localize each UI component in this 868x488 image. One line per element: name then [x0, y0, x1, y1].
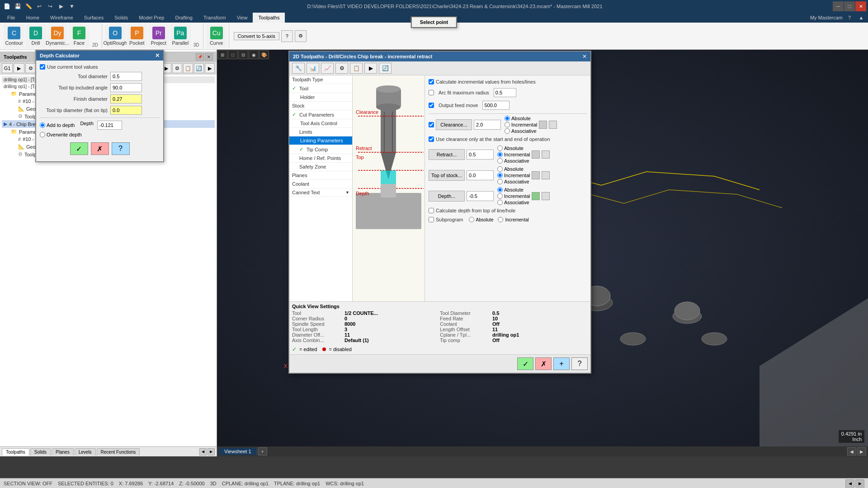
- expand-btn[interactable]: ▲: [856, 13, 866, 22]
- td-add-btn[interactable]: +: [553, 357, 570, 370]
- panel-mini5[interactable]: 🔄: [194, 63, 204, 73]
- td-cancel-btn[interactable]: ✗: [535, 357, 552, 370]
- add-to-depth-option[interactable]: Add to depth: [40, 121, 75, 130]
- tool-tip-angle-input[interactable]: [110, 83, 142, 92]
- qa-new-btn[interactable]: 📄: [2, 1, 12, 11]
- td-tb-chart[interactable]: 📊: [307, 63, 319, 74]
- clearance-assoc-radio[interactable]: [505, 128, 510, 134]
- finish-diameter-input[interactable]: [110, 94, 142, 103]
- depth-abs[interactable]: Absolute: [497, 187, 530, 192]
- td-tb-play[interactable]: ▶: [364, 63, 377, 74]
- clearance-btn[interactable]: Clearance...: [436, 119, 472, 130]
- add-to-depth-radio[interactable]: [40, 122, 45, 128]
- output-feed-input[interactable]: [482, 101, 509, 110]
- td-close-btn[interactable]: ✕: [582, 53, 587, 60]
- subprog-inc-radio[interactable]: [498, 217, 503, 222]
- top-inc-radio[interactable]: [497, 173, 503, 178]
- tab-transform[interactable]: Transform: [198, 13, 231, 23]
- settings-5axis-btn[interactable]: ⚙: [295, 30, 307, 42]
- tab-model-prep[interactable]: Model Prep: [133, 13, 170, 23]
- depth-select[interactable]: [542, 192, 550, 200]
- tab-surfaces[interactable]: Surfaces: [79, 13, 109, 23]
- tree-linking-params[interactable]: Linking Parameters: [289, 136, 352, 145]
- tree-home-ref[interactable]: Home / Ref. Points: [289, 154, 352, 163]
- tb-curve[interactable]: Cu Curve: [206, 24, 227, 48]
- subprog-abs-radio[interactable]: [469, 217, 474, 222]
- calc-depth-check[interactable]: [429, 208, 434, 213]
- use-clearance-check[interactable]: [429, 136, 434, 142]
- viewsheet-tab[interactable]: Viewsheet 1: [219, 448, 257, 455]
- tab-recent-functions[interactable]: Recent Functions: [97, 448, 140, 455]
- vs-arrow-left[interactable]: ◀: [847, 447, 856, 455]
- panel-tb1[interactable]: G1: [2, 63, 13, 73]
- depth-calc-cancel-btn[interactable]: ✗: [91, 142, 109, 155]
- depth-calc-help-btn[interactable]: ?: [112, 142, 130, 155]
- calc-incremental-check[interactable]: [429, 79, 434, 84]
- panel-tb3[interactable]: ⚙: [25, 63, 36, 73]
- tb-parallel[interactable]: Pa Parallel: [170, 24, 191, 48]
- retract-abs-radio[interactable]: [497, 145, 503, 151]
- tab-wireframe[interactable]: Wireframe: [45, 13, 79, 23]
- depth-calc-close[interactable]: ✕: [155, 52, 160, 59]
- top-stock-input[interactable]: [467, 170, 494, 180]
- retract-associative[interactable]: Associative: [497, 158, 530, 164]
- tab-solids[interactable]: Solids: [30, 448, 51, 455]
- qa-redo-btn[interactable]: ↪: [45, 1, 55, 11]
- tree-canned-text[interactable]: Canned Text ▼: [289, 188, 352, 197]
- retract-lock[interactable]: [532, 150, 540, 159]
- retract-assoc-radio[interactable]: [497, 158, 503, 164]
- use-current-tool-check[interactable]: [40, 64, 45, 70]
- tree-planes[interactable]: Planes: [289, 171, 352, 180]
- td-help-btn[interactable]: ?: [571, 357, 588, 370]
- panel-mini3[interactable]: ⚙: [172, 63, 182, 73]
- depth-btn[interactable]: Depth...: [429, 191, 465, 202]
- top-inc[interactable]: Incremental: [497, 173, 530, 178]
- tab-toolpaths[interactable]: Toolpaths: [253, 13, 285, 23]
- depth-value-input[interactable]: [97, 121, 122, 130]
- td-tb-graph[interactable]: 📈: [321, 63, 334, 74]
- tree-cut-params[interactable]: ✓Cut Parameters: [289, 110, 352, 119]
- tree-safety-zone[interactable]: Safety Zone: [289, 163, 352, 171]
- depth-inc-radio[interactable]: [497, 193, 503, 199]
- help-btn[interactable]: ?: [844, 13, 854, 22]
- qa-edit-btn[interactable]: ✏️: [24, 1, 33, 11]
- tree-stock[interactable]: Stock: [289, 102, 352, 110]
- depth-abs-radio[interactable]: [497, 187, 503, 192]
- tree-toolpath-type[interactable]: Toolpath Type: [289, 75, 352, 84]
- tree-coolant[interactable]: Coolant: [289, 180, 352, 188]
- panel-close-btn[interactable]: ✕: [205, 53, 213, 61]
- panel-tb2[interactable]: ▶: [14, 63, 24, 73]
- close-btn[interactable]: ✕: [855, 1, 866, 11]
- clearance-inc-radio[interactable]: [505, 122, 510, 127]
- arc-max-check[interactable]: [429, 90, 434, 95]
- status-btn2[interactable]: ▶: [855, 479, 864, 488]
- overwrite-depth-option[interactable]: Overwrite depth: [40, 132, 82, 137]
- tab-toolpaths[interactable]: Toolpaths: [2, 448, 29, 455]
- qa-more-btn[interactable]: ▼: [67, 1, 77, 11]
- subprogram-check[interactable]: [429, 217, 434, 222]
- output-feed-check[interactable]: [429, 103, 434, 108]
- add-viewsheet-btn[interactable]: +: [258, 447, 267, 455]
- qa-save-btn[interactable]: 💾: [13, 1, 23, 11]
- top-select[interactable]: [542, 171, 550, 179]
- panel-mini6[interactable]: ▶: [205, 63, 215, 73]
- clearance-abs-radio[interactable]: [505, 116, 510, 121]
- tb-contour[interactable]: C Contour: [4, 24, 24, 48]
- top-abs-radio[interactable]: [497, 166, 503, 172]
- tab-planes[interactable]: Planes: [52, 448, 74, 455]
- clearance-select[interactable]: [549, 121, 557, 129]
- td-tb-refresh[interactable]: 🔄: [379, 63, 392, 74]
- top-stock-btn[interactable]: Top of stock...: [429, 170, 465, 181]
- qa-undo-btn[interactable]: ↩: [34, 1, 44, 11]
- arc-max-input[interactable]: [494, 88, 516, 97]
- tab-file[interactable]: File: [2, 13, 21, 23]
- td-tb-tool[interactable]: 🔧: [292, 63, 305, 74]
- retract-absolute[interactable]: Absolute: [497, 145, 530, 151]
- clearance-checkbox[interactable]: [429, 122, 434, 127]
- tree-tool[interactable]: ✓Tool: [289, 84, 352, 93]
- vs-arrow-right[interactable]: ▶: [857, 447, 866, 455]
- vp-btn3[interactable]: ⊟: [238, 50, 248, 59]
- top-abs[interactable]: Absolute: [497, 166, 530, 172]
- help-5axis-btn[interactable]: ?: [281, 30, 293, 42]
- top-assoc[interactable]: Associative: [497, 179, 530, 184]
